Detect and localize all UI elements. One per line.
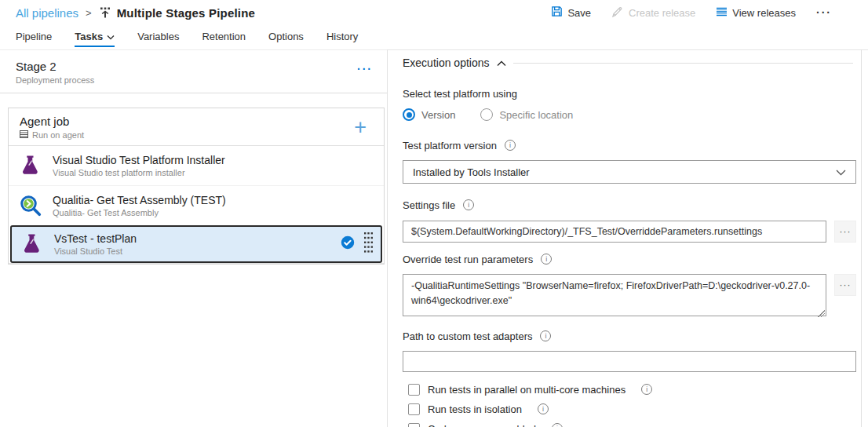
save-label: Save — [567, 7, 591, 19]
tab-tasks[interactable]: Tasks — [75, 31, 115, 49]
agent-job-subtitle: Run on agent — [32, 130, 84, 140]
page-title: Multiple Stages Pipeline — [117, 6, 256, 20]
task-subtitle: Visual Studio Test — [54, 246, 137, 256]
tab-pipeline[interactable]: Pipeline — [16, 31, 52, 49]
override-params-label: Override test run parameters — [403, 254, 533, 265]
task-row-vstest-installer[interactable]: Visual Studio Test Platform Installer Vi… — [9, 146, 384, 185]
add-task-button[interactable]: + — [354, 119, 373, 135]
checkbox-parallel[interactable] — [408, 384, 420, 396]
info-icon[interactable] — [463, 199, 474, 210]
agent-job-card: Agent job Run on agent + Visual Studio T… — [8, 108, 385, 265]
stage-more-button[interactable]: ··· — [357, 63, 373, 75]
info-icon[interactable] — [540, 330, 551, 341]
task-row-qualitia[interactable]: Qualitia- Get Test Assembly (TEST) Quali… — [9, 185, 384, 224]
chevron-up-icon — [497, 57, 506, 69]
agent-icon — [20, 130, 28, 140]
info-icon[interactable] — [505, 140, 516, 151]
tab-options[interactable]: Options — [268, 31, 304, 49]
tab-variables[interactable]: Variables — [137, 31, 179, 49]
checkbox-code-coverage[interactable] — [408, 423, 420, 427]
header-actions: Save Create release View releases ··· — [551, 5, 854, 20]
task-row-vstest-testplan[interactable]: VsTest - testPlan Visual Studio Test — [10, 225, 382, 263]
vstest-flask-icon — [18, 153, 43, 178]
custom-adapters-input[interactable] — [403, 351, 856, 372]
task-title: VsTest - testPlan — [54, 232, 137, 245]
platform-version-dropdown[interactable]: Installed by Tools Installer — [403, 160, 856, 184]
task-valid-check-icon — [341, 235, 355, 253]
radio-icon — [480, 108, 493, 121]
agent-job-title: Agent job — [20, 115, 84, 128]
chevron-down-icon — [107, 31, 115, 42]
override-params-expand-button[interactable]: ··· — [834, 274, 856, 296]
task-title: Qualitia- Get Test Assembly (TEST) — [53, 194, 226, 206]
stage-header[interactable]: Stage 2 Deployment process ··· — [0, 49, 387, 93]
create-release-button[interactable]: Create release — [611, 5, 695, 20]
checkbox-isolation[interactable] — [408, 403, 420, 415]
info-icon[interactable] — [541, 254, 552, 265]
save-button[interactable]: Save — [551, 5, 591, 20]
stages-panel: Stage 2 Deployment process ··· Agent job… — [0, 49, 387, 427]
section-divider — [513, 63, 853, 64]
qualitia-search-icon — [18, 193, 43, 218]
info-icon[interactable] — [538, 403, 549, 414]
view-releases-button[interactable]: View releases — [716, 6, 796, 20]
header-more-button[interactable]: ··· — [816, 6, 832, 19]
section-execution-options[interactable]: Execution options — [403, 57, 506, 69]
info-icon[interactable] — [552, 423, 563, 427]
custom-adapters-label: Path to custom test adapters — [403, 330, 532, 342]
platform-version-label: Test platform version — [403, 140, 497, 151]
list-icon — [716, 6, 728, 20]
radio-icon — [403, 108, 415, 121]
checkbox-row-parallel: Run tests in parallel on multi-core mach… — [403, 381, 856, 397]
task-settings-panel: Execution options Select test platform u… — [388, 49, 868, 427]
override-params-textarea[interactable]: -QualitiaRuntimeSettings "BrowserName=fi… — [403, 274, 826, 316]
top-header: All pipelines > Multiple Stages Pipeline… — [0, 0, 868, 25]
task-subtitle: Visual Studio test platform installer — [53, 168, 225, 177]
agent-job-header[interactable]: Agent job Run on agent + — [9, 108, 384, 146]
settings-file-browse-button[interactable]: ··· — [834, 221, 856, 243]
info-icon[interactable] — [641, 384, 652, 395]
chevron-down-icon — [836, 166, 846, 178]
tab-history[interactable]: History — [326, 31, 358, 49]
view-releases-label: View releases — [732, 7, 796, 19]
vstest-flask-icon — [20, 232, 45, 257]
pipeline-editor-window: All pipelines > Multiple Stages Pipeline… — [0, 0, 868, 427]
settings-file-input[interactable] — [403, 221, 826, 243]
radio-specific-location[interactable]: Specific location — [480, 108, 573, 121]
save-icon — [551, 5, 563, 20]
settings-file-label: Settings file — [403, 199, 455, 211]
release-pipeline-icon — [99, 6, 111, 19]
checkbox-row-code-coverage: Code coverage enabled — [403, 421, 856, 427]
tab-retention[interactable]: Retention — [202, 31, 246, 49]
tab-bar: Pipeline Tasks Variables Retention Optio… — [0, 25, 868, 49]
platform-radio-group: Version Specific location — [403, 107, 856, 122]
task-subtitle: Qualitia- Get Test Assembly — [53, 208, 226, 217]
stage-subtitle: Deployment process — [16, 75, 94, 85]
breadcrumb-all-pipelines[interactable]: All pipelines — [16, 6, 78, 20]
scrollbar[interactable] — [861, 49, 862, 427]
stage-title: Stage 2 — [16, 60, 94, 73]
task-title: Visual Studio Test Platform Installer — [53, 154, 225, 166]
rocket-icon — [611, 5, 624, 20]
drag-handle[interactable] — [364, 232, 373, 256]
select-platform-label: Select test platform using — [403, 88, 517, 100]
resize-grip[interactable] — [818, 310, 825, 317]
radio-version[interactable]: Version — [403, 108, 455, 121]
create-release-label: Create release — [629, 7, 695, 19]
breadcrumb-separator: > — [86, 7, 92, 19]
checkbox-row-isolation: Run tests in isolation — [403, 401, 856, 417]
